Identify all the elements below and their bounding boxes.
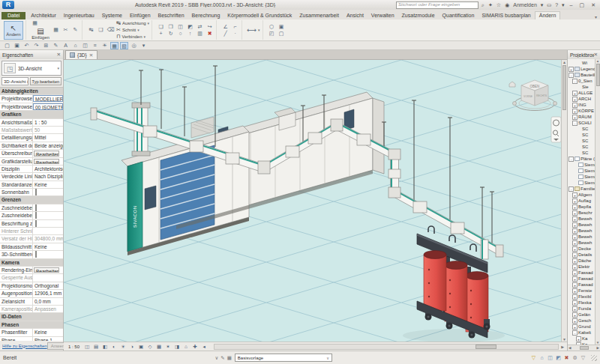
modify-tool-icon[interactable]: ❐ bbox=[166, 24, 175, 30]
browser-item[interactable]: +Details bbox=[568, 252, 595, 258]
properties-header[interactable]: Eigenschaften ✕ bbox=[0, 50, 63, 59]
status-filter-icon-5[interactable]: ⚙ bbox=[572, 355, 578, 361]
edit-button[interactable]: Bearbeiten... bbox=[34, 159, 59, 165]
ribbon-tool-icon[interactable]: ✎ bbox=[71, 27, 80, 33]
viewbar-icon-0[interactable]: ◫ bbox=[83, 343, 91, 350]
modify-tool-icon[interactable]: ↪ bbox=[206, 24, 214, 30]
dropdown-icon[interactable]: ▾ bbox=[148, 21, 150, 25]
browser-item[interactable]: +Decke bbox=[568, 246, 595, 252]
expand-icon[interactable]: + bbox=[572, 210, 578, 216]
expand-icon[interactable]: + bbox=[572, 318, 578, 324]
expand-icon[interactable]: + bbox=[572, 270, 578, 276]
status-filter-icon-1[interactable]: ⌂ bbox=[538, 355, 545, 361]
qat-icon-7[interactable]: ⌂ bbox=[71, 42, 80, 49]
modify-tool-icon[interactable]: ↑ bbox=[186, 31, 194, 37]
browser-item[interactable]: +Däche bbox=[568, 258, 595, 264]
dropdown-icon[interactable]: ▾ bbox=[144, 34, 146, 39]
viewbar-icon-10[interactable]: ◨ bbox=[173, 343, 181, 350]
browser-item[interactable]: +Beweh bbox=[568, 222, 595, 228]
modify-tool-icon[interactable]: ○ bbox=[176, 31, 184, 37]
browser-item[interactable]: Wi bbox=[568, 60, 595, 66]
modify-tool-icon[interactable]: ❏ bbox=[157, 24, 165, 30]
viewbar-icon-13[interactable]: ◂ bbox=[200, 343, 208, 350]
viewbar-icon-3[interactable]: ◐ bbox=[110, 343, 118, 350]
viewbar-icon-12[interactable]: ✚ bbox=[191, 343, 199, 350]
expand-icon[interactable]: + bbox=[572, 222, 578, 228]
properties-close-icon[interactable]: ✕ bbox=[57, 52, 61, 58]
vertical-scrollbar[interactable]: ▲ ▼ bbox=[561, 60, 567, 342]
create-tool-icon[interactable]: ⬡ bbox=[268, 24, 276, 30]
browser-item[interactable]: SC bbox=[568, 150, 595, 156]
browser-hscrollbar[interactable]: ◀ ▶ bbox=[568, 345, 600, 351]
tab-k-rpermodell-grundst-ck[interactable]: Körpermodell & Grundstück bbox=[224, 12, 296, 19]
create-tool-icon[interactable]: ▣ bbox=[278, 24, 286, 30]
browser-item[interactable]: +Ka bbox=[568, 336, 595, 342]
browser-scroll-left-icon[interactable]: ◀ bbox=[568, 346, 571, 350]
viewbar-icon-8[interactable]: ▦ bbox=[155, 343, 163, 350]
property-checkbox[interactable] bbox=[35, 220, 37, 227]
qat-icon-1[interactable]: ▣ bbox=[13, 42, 21, 49]
browser-item[interactable]: Sie bbox=[568, 84, 595, 90]
browser-item[interactable]: SC bbox=[568, 126, 595, 132]
browser-item[interactable]: +Elektr bbox=[568, 264, 595, 270]
expand-icon[interactable]: + bbox=[572, 103, 578, 108]
expand-icon[interactable]: + bbox=[572, 204, 578, 210]
drawing-canvas[interactable]: SIVACON bbox=[64, 60, 561, 342]
ribbon-tool-icon[interactable]: ↹ bbox=[87, 27, 95, 33]
signin-dropdown-icon[interactable]: ▾ bbox=[540, 2, 544, 8]
edit-button[interactable]: Bearbeiten... bbox=[34, 267, 59, 273]
expand-icon[interactable]: + bbox=[572, 264, 578, 270]
tab-zusammenarbeit[interactable]: Zusammenarbeit bbox=[296, 12, 343, 19]
close-button[interactable]: ✕ bbox=[589, 2, 598, 8]
status-filter-icon-4[interactable]: ✖ bbox=[563, 355, 570, 361]
status-center-icon-2[interactable]: ▦ bbox=[227, 355, 232, 361]
horizontal-scrollbar[interactable] bbox=[214, 344, 559, 350]
tab-beschriften[interactable]: Beschriften bbox=[154, 12, 188, 19]
user-icon[interactable]: ◉ bbox=[504, 2, 510, 8]
browser-item[interactable]: +Flexka bbox=[568, 300, 595, 306]
qat-icon-14[interactable]: ▾ bbox=[140, 42, 148, 49]
qat-icon-6[interactable]: A bbox=[62, 42, 70, 49]
collapse-icon[interactable]: - bbox=[572, 121, 578, 126]
expand-icon[interactable]: + bbox=[576, 336, 581, 342]
browser-close-icon[interactable]: ✕ bbox=[594, 52, 598, 58]
ribbon-ausrichtung-button[interactable]: Ausrichtung bbox=[122, 21, 146, 25]
status-center-icon-1[interactable]: ✎ bbox=[220, 355, 224, 361]
expand-icon[interactable]: + bbox=[572, 246, 578, 252]
collapse-icon[interactable]: - bbox=[568, 186, 574, 192]
status-filter-icon-2[interactable]: ◫ bbox=[547, 355, 554, 361]
browser-item[interactable]: +Beweh bbox=[568, 234, 595, 240]
viewbar-icon-4[interactable]: ☀ bbox=[119, 343, 127, 350]
browser-item[interactable]: +Auflag bbox=[568, 198, 595, 204]
viewbar-icon-1[interactable]: ▤ bbox=[92, 343, 100, 350]
status-filter-icon-3[interactable]: ◩ bbox=[555, 355, 562, 361]
status-filter-icon-6[interactable]: ▽ bbox=[580, 355, 586, 361]
resize-grip[interactable] bbox=[591, 355, 597, 361]
qat-icon-13[interactable]: ◎ bbox=[130, 42, 138, 49]
tab-berechnung[interactable]: Berechnung bbox=[188, 12, 224, 19]
tab-zusatzmodule[interactable]: Zusatzmodule bbox=[398, 12, 439, 19]
expand-icon[interactable]: + bbox=[572, 252, 578, 258]
browser-item[interactable]: Siemen bbox=[568, 168, 595, 174]
expand-icon[interactable]: + bbox=[572, 109, 578, 114]
modify-tool-icon[interactable]: ◩ bbox=[186, 24, 194, 30]
browser-item[interactable]: +ALLGE bbox=[568, 90, 595, 96]
navigation-bar[interactable] bbox=[551, 117, 561, 142]
vscroll-thumb[interactable] bbox=[562, 65, 566, 110]
revit-logo-icon[interactable]: R bbox=[2, 1, 14, 9]
property-section-header[interactable]: Abhängigkeiten bbox=[0, 88, 63, 95]
draw-tool-icon[interactable]: ╱ bbox=[221, 31, 230, 37]
qat-icon-10[interactable]: ☀ bbox=[100, 42, 109, 49]
browser-item[interactable]: +Fassad bbox=[568, 282, 595, 288]
minimize-button[interactable]: – bbox=[568, 2, 575, 7]
browser-item[interactable]: +RÄUM bbox=[568, 114, 595, 120]
tab-quantification[interactable]: Quantification bbox=[439, 12, 478, 19]
collapse-icon[interactable]: - bbox=[568, 157, 574, 162]
properties-icon[interactable]: ▦ bbox=[31, 20, 39, 26]
viewbar-icon-6[interactable]: ▣ bbox=[137, 343, 145, 350]
modify-button[interactable]: ↖ Ändern bbox=[4, 21, 23, 40]
tab-systeme[interactable]: Systeme bbox=[98, 12, 126, 19]
expand-icon[interactable]: + bbox=[572, 324, 578, 330]
search-input[interactable]: Stichwort oder Frage eingeben bbox=[396, 1, 478, 9]
status-center-icon-0[interactable]: ∨ bbox=[214, 355, 218, 361]
